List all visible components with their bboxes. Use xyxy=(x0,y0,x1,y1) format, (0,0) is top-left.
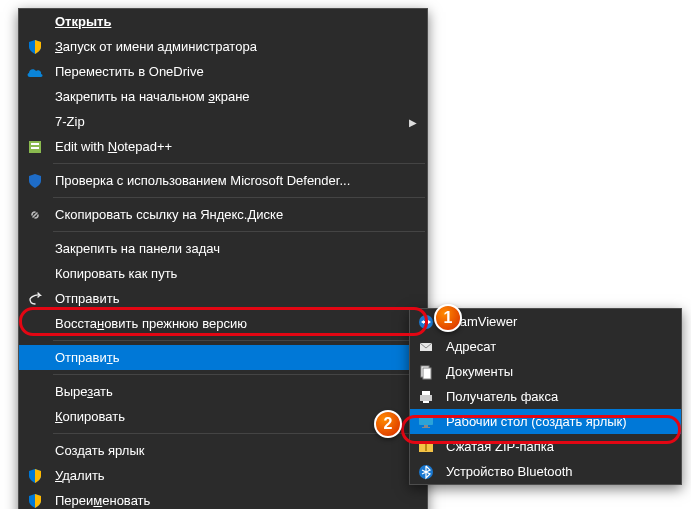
menu-item-notepadpp[interactable]: Edit with Notepad++ xyxy=(19,134,427,159)
blank-icon xyxy=(25,87,45,107)
submenu-item-teamviewer[interactable]: TeamViewer xyxy=(410,309,681,334)
menu-item-copy-as-path[interactable]: Копировать как путь xyxy=(19,261,427,286)
menu-label: Копировать xyxy=(55,409,125,424)
svg-rect-7 xyxy=(423,368,431,379)
svg-rect-11 xyxy=(419,417,433,425)
menu-label: Копировать как путь xyxy=(55,266,177,281)
menu-label: Получатель факса xyxy=(446,389,558,404)
menu-item-run-as-admin[interactable]: Запуск от имени администратора xyxy=(19,34,427,59)
svg-rect-8 xyxy=(420,395,432,401)
menu-item-restore[interactable]: Восстановить прежнюю версию xyxy=(19,311,427,336)
menu-item-open[interactable]: Открыть xyxy=(19,9,427,34)
shield-rename-icon xyxy=(25,491,45,510)
menu-label: 7-Zip xyxy=(55,114,85,129)
shield-delete-icon xyxy=(25,466,45,486)
menu-label: Документы xyxy=(446,364,513,379)
menu-label: Скопировать ссылку на Яндекс.Диске xyxy=(55,207,283,222)
submenu-item-bluetooth[interactable]: Устройство Bluetooth xyxy=(410,459,681,484)
menu-label: Рабочий стол (создать ярлык) xyxy=(446,414,627,429)
menu-item-create-shortcut[interactable]: Создать ярлык xyxy=(19,438,427,463)
menu-label: Открыть xyxy=(55,14,111,29)
blank-icon xyxy=(25,12,45,32)
fax-icon xyxy=(416,387,436,407)
onedrive-icon xyxy=(25,62,45,82)
blank-icon xyxy=(25,112,45,132)
menu-label: Edit with Notepad++ xyxy=(55,139,172,154)
separator xyxy=(53,231,425,232)
blank-icon xyxy=(25,348,45,368)
blank-icon xyxy=(25,239,45,259)
notepadpp-icon xyxy=(25,137,45,157)
submenu-item-recipient[interactable]: Адресат xyxy=(410,334,681,359)
bluetooth-icon xyxy=(416,462,436,482)
menu-label: Отправить xyxy=(55,350,119,365)
svg-rect-10 xyxy=(423,401,429,403)
blank-icon xyxy=(25,264,45,284)
svg-rect-9 xyxy=(422,391,430,395)
share-icon xyxy=(25,289,45,309)
menu-label: Закрепить на панели задач xyxy=(55,241,220,256)
svg-rect-12 xyxy=(424,425,428,427)
separator xyxy=(53,163,425,164)
context-menu-sendto: TeamViewer Адресат Документы Получатель … xyxy=(409,308,682,485)
shield-icon xyxy=(25,37,45,57)
separator xyxy=(53,340,425,341)
submenu-item-documents[interactable]: Документы xyxy=(410,359,681,384)
menu-label: Проверка с использованием Microsoft Defe… xyxy=(55,173,350,188)
menu-item-cut[interactable]: Вырезать xyxy=(19,379,427,404)
menu-label: Переместить в OneDrive xyxy=(55,64,204,79)
submenu-item-zip[interactable]: Сжатая ZIP-папка xyxy=(410,434,681,459)
svg-rect-2 xyxy=(31,147,39,149)
menu-label: Отправить xyxy=(55,291,119,306)
separator xyxy=(53,197,425,198)
blank-icon xyxy=(25,407,45,427)
menu-item-7zip[interactable]: 7-Zip ▶ xyxy=(19,109,427,134)
submenu-item-desktop[interactable]: Рабочий стол (создать ярлык) xyxy=(410,409,681,434)
separator xyxy=(53,374,425,375)
chevron-right-icon: ▶ xyxy=(409,116,417,127)
separator xyxy=(53,433,425,434)
menu-label: Закрепить на начальном экране xyxy=(55,89,250,104)
menu-label: Адресат xyxy=(446,339,496,354)
menu-label: Вырезать xyxy=(55,384,113,399)
mail-icon xyxy=(416,337,436,357)
menu-label: Переименовать xyxy=(55,493,150,508)
menu-item-delete[interactable]: Удалить xyxy=(19,463,427,488)
context-menu-main: Открыть Запуск от имени администратора П… xyxy=(18,8,428,509)
zip-icon xyxy=(416,437,436,457)
blank-icon xyxy=(25,314,45,334)
link-icon xyxy=(25,205,45,225)
menu-label: TeamViewer xyxy=(446,314,517,329)
menu-label: Запуск от имени администратора xyxy=(55,39,257,54)
menu-item-pin-taskbar[interactable]: Закрепить на панели задач xyxy=(19,236,427,261)
desktop-icon xyxy=(416,412,436,432)
menu-item-defender[interactable]: Проверка с использованием Microsoft Defe… xyxy=(19,168,427,193)
submenu-item-fax[interactable]: Получатель факса xyxy=(410,384,681,409)
svg-rect-4 xyxy=(424,321,428,323)
blank-icon xyxy=(25,441,45,461)
svg-rect-1 xyxy=(31,143,39,145)
svg-rect-14 xyxy=(425,443,427,451)
menu-label: Удалить xyxy=(55,468,105,483)
menu-item-rename[interactable]: Переименовать xyxy=(19,488,427,509)
blank-icon xyxy=(25,382,45,402)
menu-item-copy[interactable]: Копировать xyxy=(19,404,427,429)
menu-label: Создать ярлык xyxy=(55,443,144,458)
menu-item-pin-start[interactable]: Закрепить на начальном экране xyxy=(19,84,427,109)
menu-item-yandex[interactable]: Скопировать ссылку на Яндекс.Диске xyxy=(19,202,427,227)
menu-item-share[interactable]: Отправить xyxy=(19,286,427,311)
defender-icon xyxy=(25,171,45,191)
teamviewer-icon xyxy=(416,312,436,332)
documents-icon xyxy=(416,362,436,382)
menu-label: Устройство Bluetooth xyxy=(446,464,573,479)
menu-label: Сжатая ZIP-папка xyxy=(446,439,554,454)
menu-item-move-onedrive[interactable]: Переместить в OneDrive xyxy=(19,59,427,84)
menu-item-send-to[interactable]: Отправить ▶ xyxy=(19,345,427,370)
svg-rect-13 xyxy=(422,427,430,428)
menu-label: Восстановить прежнюю версию xyxy=(55,316,247,331)
